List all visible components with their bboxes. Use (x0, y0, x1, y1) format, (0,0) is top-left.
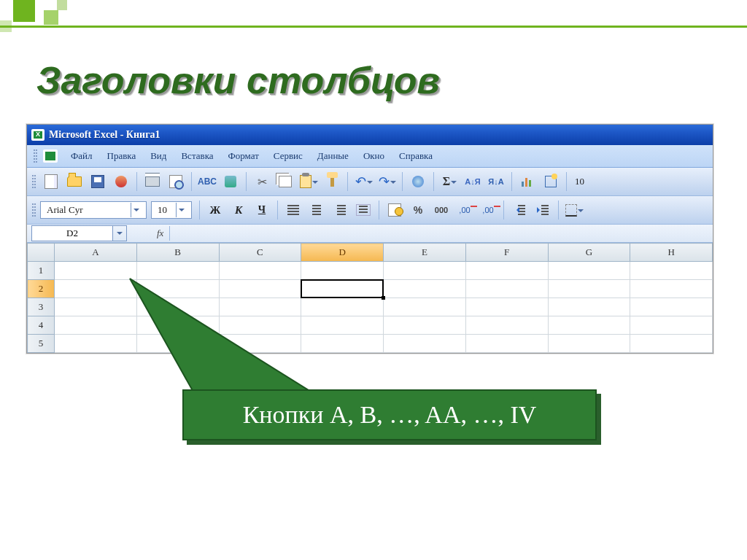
align-right-button[interactable] (329, 199, 351, 221)
copy-button[interactable] (274, 171, 296, 192)
print-preview-button[interactable] (165, 171, 187, 192)
format-painter-button[interactable] (321, 171, 343, 192)
menu-help[interactable]: Справка (393, 147, 438, 165)
hyperlink-button[interactable] (407, 171, 429, 192)
align-left-button[interactable] (282, 199, 304, 221)
cell-B3[interactable] (136, 298, 219, 316)
cell-D3[interactable] (301, 298, 384, 316)
fill-handle[interactable] (382, 296, 385, 300)
cell-E3[interactable] (384, 298, 466, 316)
cell-F2[interactable] (465, 280, 548, 298)
row-header-4[interactable]: 4 (28, 316, 55, 335)
menu-data[interactable]: Данные (311, 147, 355, 165)
decrease-indent-button[interactable] (508, 199, 530, 221)
toolbar-grip[interactable] (31, 201, 36, 219)
underline-button[interactable]: Ч (251, 199, 273, 221)
cell-G1[interactable] (548, 262, 630, 280)
toolbar-grip[interactable] (31, 172, 36, 191)
cell-C2[interactable] (219, 280, 301, 298)
drawing-button[interactable] (540, 171, 562, 192)
row-header-3[interactable]: 3 (28, 298, 55, 316)
cell-E2[interactable] (384, 280, 466, 298)
cell-A2[interactable] (55, 280, 137, 298)
menu-insert[interactable]: Вставка (175, 147, 219, 165)
merge-center-button[interactable] (352, 199, 374, 221)
formula-input[interactable] (169, 226, 713, 241)
permission-button[interactable] (110, 171, 132, 192)
cell-F4[interactable] (465, 316, 548, 335)
column-header-D[interactable]: D (301, 244, 384, 262)
decrease-decimal-button[interactable]: ,00 (477, 199, 499, 221)
save-button[interactable] (87, 171, 109, 192)
name-box-arrow-icon[interactable] (113, 225, 127, 241)
cell-H2[interactable] (630, 280, 713, 298)
cell-D4[interactable] (301, 316, 384, 335)
cell-C3[interactable] (219, 298, 301, 316)
name-box[interactable]: D2 (31, 225, 113, 241)
column-header-H[interactable]: H (630, 244, 713, 262)
bold-button[interactable]: Ж (204, 199, 226, 221)
row-header-2[interactable]: 2 (28, 280, 55, 298)
cell-B2[interactable] (136, 280, 219, 298)
menu-file[interactable]: Файл (65, 147, 98, 165)
column-header-E[interactable]: E (384, 244, 466, 262)
undo-button[interactable]: ↶ (352, 171, 374, 192)
excel-app-icon[interactable] (43, 149, 58, 163)
italic-button[interactable]: К (228, 199, 249, 221)
dropdown-arrow-icon[interactable] (176, 203, 187, 217)
borders-button[interactable] (563, 199, 585, 221)
chart-button[interactable] (516, 171, 538, 192)
research-button[interactable] (220, 171, 241, 192)
menu-tools[interactable]: Сервис (268, 147, 309, 165)
sort-desc-button[interactable]: Я↓А (485, 171, 507, 192)
cell-H5[interactable] (630, 335, 713, 353)
thousands-button[interactable]: 000 (430, 199, 452, 221)
cell-C1[interactable] (219, 262, 301, 280)
column-header-A[interactable]: A (55, 244, 137, 262)
cell-C5[interactable] (219, 335, 301, 353)
row-header-1[interactable]: 1 (28, 262, 55, 280)
sort-asc-button[interactable]: А↓Я (462, 171, 484, 192)
cell-B5[interactable] (136, 335, 219, 353)
column-header-G[interactable]: G (548, 244, 630, 262)
paste-button[interactable] (298, 171, 320, 192)
align-center-button[interactable] (306, 199, 328, 221)
increase-decimal-button[interactable]: ,00 (454, 199, 476, 221)
column-header-B[interactable]: B (136, 244, 219, 262)
cell-A1[interactable] (55, 262, 137, 280)
cell-F1[interactable] (465, 262, 548, 280)
redo-button[interactable]: ↷ (376, 171, 398, 192)
cell-H3[interactable] (630, 298, 713, 316)
autosum-button[interactable]: Σ (438, 171, 460, 192)
cell-H4[interactable] (630, 316, 713, 335)
menu-window[interactable]: Окно (357, 147, 390, 165)
cell-D1[interactable] (301, 262, 384, 280)
cell-G2[interactable] (548, 280, 630, 298)
cell-A4[interactable] (55, 316, 137, 335)
fx-label[interactable]: fx (157, 228, 163, 239)
cell-A3[interactable] (55, 298, 137, 316)
font-size-combo[interactable]: 10 (151, 201, 192, 219)
increase-indent-button[interactable] (532, 199, 554, 221)
percent-button[interactable]: % (407, 199, 429, 221)
cell-F5[interactable] (465, 335, 548, 353)
new-button[interactable] (40, 171, 62, 192)
font-name-combo[interactable]: Arial Cyr (40, 201, 147, 219)
cell-E4[interactable] (384, 316, 466, 335)
cell-F3[interactable] (465, 298, 548, 316)
cell-D2[interactable] (301, 280, 384, 298)
cell-H1[interactable] (630, 262, 713, 280)
cell-B1[interactable] (136, 262, 219, 280)
cell-C4[interactable] (219, 316, 301, 335)
open-button[interactable] (63, 171, 85, 192)
column-header-F[interactable]: F (465, 244, 548, 262)
cell-E1[interactable] (384, 262, 466, 280)
toolbar-grip[interactable] (33, 147, 37, 166)
dropdown-arrow-icon[interactable] (131, 203, 142, 217)
column-header-C[interactable]: C (219, 244, 301, 262)
spellcheck-button[interactable]: ABC (196, 171, 218, 192)
cell-G5[interactable] (548, 335, 630, 353)
currency-button[interactable] (384, 199, 406, 221)
menu-view[interactable]: Вид (144, 147, 172, 165)
cell-A5[interactable] (55, 335, 137, 353)
